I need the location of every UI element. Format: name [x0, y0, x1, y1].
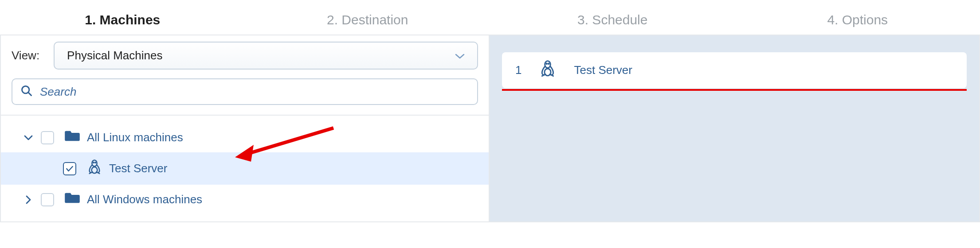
tree-folder-linux[interactable]: All Linux machines — [1, 123, 489, 152]
svg-point-9 — [545, 61, 551, 68]
selected-machine-label: Test Server — [574, 63, 632, 77]
chevron-right-icon[interactable] — [22, 195, 35, 204]
content-area: View: Physical Machines — [0, 35, 980, 222]
tree-item-label: All Linux machines — [87, 131, 183, 144]
step-schedule[interactable]: 3. Schedule — [490, 12, 735, 27]
selected-index: 1 — [515, 63, 521, 77]
view-select[interactable]: Physical Machines — [54, 42, 478, 70]
folder-icon — [65, 130, 80, 145]
tree-machine-test-server[interactable]: Test Server — [1, 152, 489, 185]
left-panel: View: Physical Machines — [0, 35, 490, 222]
machine-tree: All Linux machines — [1, 115, 489, 221]
linux-icon — [87, 159, 102, 178]
svg-point-11 — [549, 63, 549, 64]
folder-checkbox[interactable] — [41, 193, 54, 206]
annotation-underline — [502, 89, 967, 91]
svg-point-4 — [95, 162, 96, 163]
tree-item-label: Test Server — [109, 162, 168, 175]
step-machines[interactable]: 1. Machines — [0, 12, 245, 27]
selected-panel: 1 Test Server — [490, 35, 980, 222]
view-select-value: Physical Machines — [67, 49, 162, 62]
view-label: View: — [12, 49, 39, 62]
search-box[interactable] — [12, 78, 478, 105]
svg-point-10 — [546, 63, 547, 64]
search-input[interactable] — [40, 85, 469, 99]
step-destination[interactable]: 2. Destination — [245, 12, 490, 27]
svg-line-1 — [28, 93, 31, 96]
selected-machine-card[interactable]: 1 Test Server — [502, 52, 967, 88]
wizard-steps: 1. Machines 2. Destination 3. Schedule 4… — [0, 0, 980, 35]
step-options[interactable]: 4. Options — [735, 12, 980, 27]
svg-point-5 — [92, 167, 98, 173]
linux-icon — [539, 60, 556, 80]
folder-icon — [65, 192, 80, 207]
search-row — [1, 74, 489, 115]
folder-checkbox[interactable] — [41, 131, 54, 144]
view-row: View: Physical Machines — [1, 35, 489, 74]
chevron-down-icon[interactable] — [22, 135, 35, 141]
machine-checkbox[interactable] — [63, 162, 76, 175]
tree-item-label: All Windows machines — [87, 193, 202, 206]
chevron-down-icon — [455, 49, 465, 62]
svg-point-2 — [92, 160, 97, 166]
search-icon — [20, 85, 33, 99]
tree-folder-windows[interactable]: All Windows machines — [1, 185, 489, 214]
svg-point-3 — [93, 162, 94, 163]
svg-point-12 — [545, 69, 551, 76]
